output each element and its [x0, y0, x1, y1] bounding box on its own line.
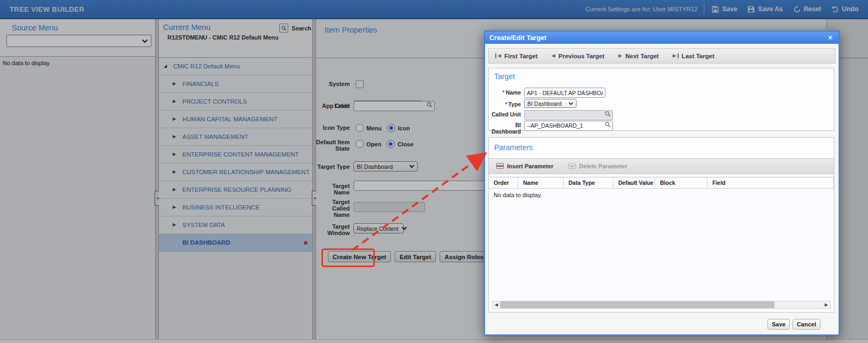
column-header-block[interactable]: Block [655, 177, 708, 188]
next-target-icon: ▶ [618, 53, 622, 58]
delete-row-icon [569, 163, 576, 170]
previous-target-button[interactable]: ◀ Previous Target [551, 53, 604, 59]
parameters-section-title: Parameters [494, 143, 533, 152]
column-header-order[interactable]: Order [489, 177, 518, 188]
bi-dashboard-label: BI Dashboard [489, 122, 521, 135]
dialog-title: Create/Edit Target [489, 34, 547, 42]
target-section: Target *Name *Type BI Dashboard Called U… [488, 68, 834, 131]
called-unit-input [524, 110, 613, 120]
parameters-empty-message: No data to display. [489, 189, 834, 198]
close-icon[interactable]: ✕ [826, 34, 834, 41]
insert-row-icon [496, 163, 504, 170]
chevron-down-icon [569, 102, 573, 105]
target-section-title: Target [494, 72, 515, 81]
dialog-cancel-button[interactable]: Cancel [793, 319, 820, 330]
target-name-field[interactable] [524, 88, 605, 98]
dialog-nav-toolbar: ◀ First Target ◀ Previous Target ▶ Next … [488, 48, 835, 64]
last-target-button[interactable]: ▶ Last Target [673, 53, 715, 59]
column-header-data-type[interactable]: Data Type [564, 177, 613, 188]
scroll-left-icon[interactable]: ◀ [493, 301, 500, 308]
parameters-section: Parameters Insert Parameter Delete Param… [488, 137, 834, 313]
insert-parameter-button[interactable]: Insert Parameter [496, 163, 554, 170]
scrollbar-track[interactable] [500, 301, 823, 308]
first-target-button[interactable]: ◀ First Target [495, 53, 537, 59]
horizontal-scrollbar[interactable]: ◀ ▶ [492, 301, 831, 309]
dialog-header[interactable]: Create/Edit Target ✕ [485, 32, 839, 44]
name-label: Name [505, 89, 521, 96]
called-unit-lov-search-icon[interactable] [605, 111, 611, 117]
delete-parameter-button: Delete Parameter [569, 163, 627, 170]
called-unit-label: Called Unit [489, 111, 521, 118]
parameters-table-header: OrderNameData TypeDefault ValueBlockFiel… [489, 177, 834, 189]
last-target-icon: ▶ [673, 53, 679, 58]
target-type-select[interactable]: BI Dashboard [524, 99, 577, 108]
previous-target-icon: ◀ [551, 53, 555, 58]
scrollbar-thumb[interactable] [500, 301, 774, 308]
required-asterisk: * [505, 101, 507, 107]
bi-dashboard-input[interactable] [524, 121, 613, 131]
scroll-right-icon[interactable]: ▶ [823, 301, 830, 308]
bi-dashboard-lov-search-icon[interactable] [605, 122, 611, 128]
next-target-button[interactable]: ▶ Next Target [618, 53, 658, 59]
column-header-field[interactable]: Field [708, 177, 834, 188]
parameters-table-body: No data to display. [489, 189, 834, 299]
type-label: Type [508, 101, 521, 107]
create-edit-target-dialog: Create/Edit Target ✕ ◀ First Target ◀ Pr… [484, 30, 840, 336]
column-header-name[interactable]: Name [518, 177, 564, 188]
column-header-default-value[interactable]: Default Value [613, 177, 655, 188]
first-target-icon: ◀ [495, 53, 501, 58]
required-asterisk: * [502, 89, 504, 96]
dialog-save-button[interactable]: Save [767, 319, 790, 330]
parameters-toolbar: Insert Parameter Delete Parameter [489, 158, 834, 174]
